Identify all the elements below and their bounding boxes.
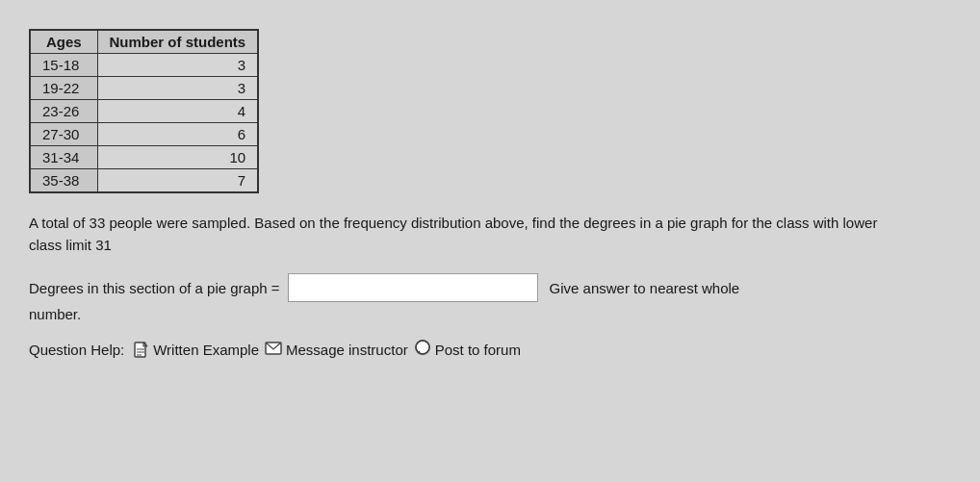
col-header-students: Number of students (97, 30, 258, 54)
message-instructor-link[interactable]: Message instructor (265, 342, 408, 358)
question-help-label: Question Help: (29, 342, 124, 358)
count-cell: 10 (97, 146, 258, 169)
document-icon (134, 342, 149, 359)
description-text: A total of 33 people were sampled. Based… (29, 213, 895, 256)
main-container: Ages Number of students 15-18319-22323-2… (29, 19, 951, 369)
post-to-forum-label: Post to forum (435, 342, 521, 358)
count-cell: 6 (97, 123, 258, 146)
message-instructor-label: Message instructor (286, 342, 408, 358)
frequency-table: Ages Number of students 15-18319-22323-2… (29, 29, 259, 193)
number-text: number. (29, 306, 951, 322)
table-row: 15-183 (30, 54, 258, 77)
age-cell: 31-34 (30, 146, 97, 169)
table-row: 27-306 (30, 123, 258, 146)
age-cell: 15-18 (30, 54, 97, 77)
chat-icon (414, 340, 431, 360)
age-cell: 35-38 (30, 169, 97, 193)
count-cell: 7 (97, 169, 258, 193)
col-header-ages: Ages (30, 30, 97, 54)
degrees-input[interactable] (288, 273, 538, 302)
count-cell: 3 (97, 54, 258, 77)
table-wrapper: Ages Number of students 15-18319-22323-2… (29, 29, 951, 193)
table-row: 35-387 (30, 169, 258, 193)
count-cell: 4 (97, 100, 258, 123)
age-cell: 23-26 (30, 100, 97, 123)
input-label: Degrees in this section of a pie graph = (29, 280, 280, 296)
input-row: Degrees in this section of a pie graph =… (29, 273, 951, 302)
table-row: 31-3410 (30, 146, 258, 169)
question-help-bar: Question Help: Written Example (29, 340, 951, 360)
written-example-label: Written Example (153, 342, 259, 358)
table-row: 19-223 (30, 77, 258, 100)
age-cell: 19-22 (30, 77, 97, 100)
written-example-link[interactable]: Written Example (134, 342, 259, 359)
age-cell: 27-30 (30, 123, 97, 146)
envelope-icon (265, 342, 282, 358)
count-cell: 3 (97, 77, 258, 100)
give-answer-text: Give answer to nearest whole (550, 280, 740, 296)
post-to-forum-link[interactable]: Post to forum (414, 340, 521, 360)
table-row: 23-264 (30, 100, 258, 123)
